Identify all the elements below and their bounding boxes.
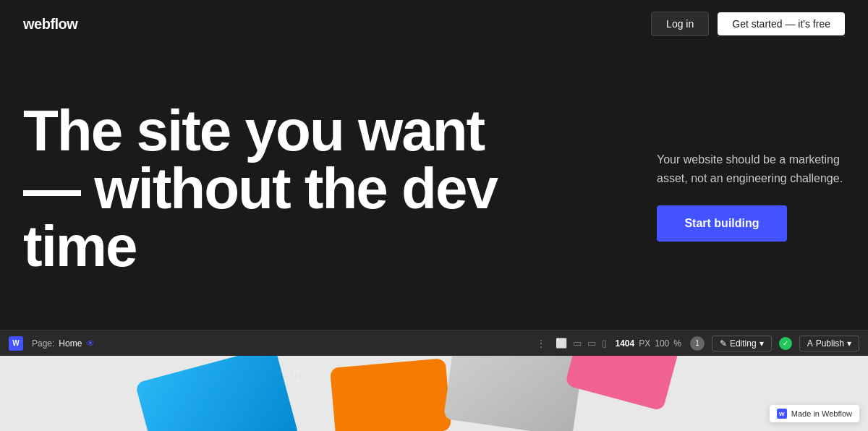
header: webflow Log in Get started — it's free <box>0 0 868 48</box>
hero-right: Your website should be a marketing asset… <box>657 136 845 241</box>
publish-label: Publish <box>816 338 844 349</box>
page-prefix: Page: <box>32 338 54 349</box>
px-unit: PX <box>639 338 650 349</box>
chevron-down-icon: ▾ <box>760 338 764 349</box>
px-display: 1404 PX 100 % <box>616 338 681 349</box>
check-icon: ✓ <box>779 337 792 350</box>
card-blue: N-4 tCa <box>135 356 299 431</box>
page-label: Page: Home 👁 <box>32 338 95 349</box>
publish-button[interactable]: A Publish ▾ <box>799 336 859 351</box>
tablet-viewport-icon[interactable]: ▭ <box>573 338 582 349</box>
webflow-editor-logo: W <box>9 336 23 351</box>
header-nav: Log in Get started — it's free <box>651 12 845 36</box>
more-options-icon[interactable]: ⋮ <box>536 338 547 349</box>
edit-icon: ✎ <box>720 338 727 349</box>
card-gray <box>443 356 584 431</box>
webflow-badge-logo: W <box>777 409 787 419</box>
zoom-unit: % <box>673 338 681 349</box>
page-name: Home <box>59 338 82 349</box>
desktop-viewport-icon[interactable]: ⬜ <box>556 338 567 349</box>
made-in-webflow-badge: W Made in Webflow <box>770 405 859 422</box>
viewport-controls: ⬜ ▭ ▭ ▯ <box>556 338 607 349</box>
hero-headline: The site you want — without the dev time <box>23 102 529 276</box>
publish-chevron-icon: ▾ <box>847 338 851 349</box>
eye-icon[interactable]: 👁 <box>86 338 95 349</box>
editor-toolbar: W Page: Home 👁 ⋮ ⬜ ▭ ▭ ▯ 1404 PX 100 % 1… <box>0 330 868 356</box>
card-pink <box>565 356 680 411</box>
editor-right-controls: 1 ✎ Editing ▾ ✓ A Publish ▾ <box>690 336 859 351</box>
avatar: 1 <box>690 336 705 351</box>
card-label: N-4 <box>292 366 306 385</box>
preview-canvas: N-4 tCa <box>0 356 868 431</box>
px-value: 1404 <box>616 338 635 349</box>
laptop-viewport-icon[interactable]: ▭ <box>587 338 596 349</box>
designer-preview: N-4 tCa <box>0 356 868 431</box>
hero-left: The site you want — without the dev time <box>23 102 657 276</box>
cards-container: N-4 tCa <box>0 356 868 431</box>
mobile-viewport-icon[interactable]: ▯ <box>602 338 607 349</box>
get-started-button[interactable]: Get started — it's free <box>718 12 845 35</box>
webflow-logo: webflow <box>23 16 77 33</box>
hero-subtitle: Your website should be a marketing asset… <box>657 150 845 187</box>
start-building-button[interactable]: Start building <box>657 205 787 242</box>
publish-icon-letter: A <box>807 338 813 349</box>
made-in-webflow-label: Made in Webflow <box>791 409 852 418</box>
editing-button[interactable]: ✎ Editing ▾ <box>712 336 772 351</box>
card-orange <box>330 358 451 431</box>
zoom-value: 100 <box>655 338 669 349</box>
hero-section: The site you want — without the dev time… <box>0 48 868 330</box>
editing-label: Editing <box>730 338 757 349</box>
login-button[interactable]: Log in <box>651 12 709 36</box>
bottom-section: W Page: Home 👁 ⋮ ⬜ ▭ ▭ ▯ 1404 PX 100 % 1… <box>0 330 868 431</box>
